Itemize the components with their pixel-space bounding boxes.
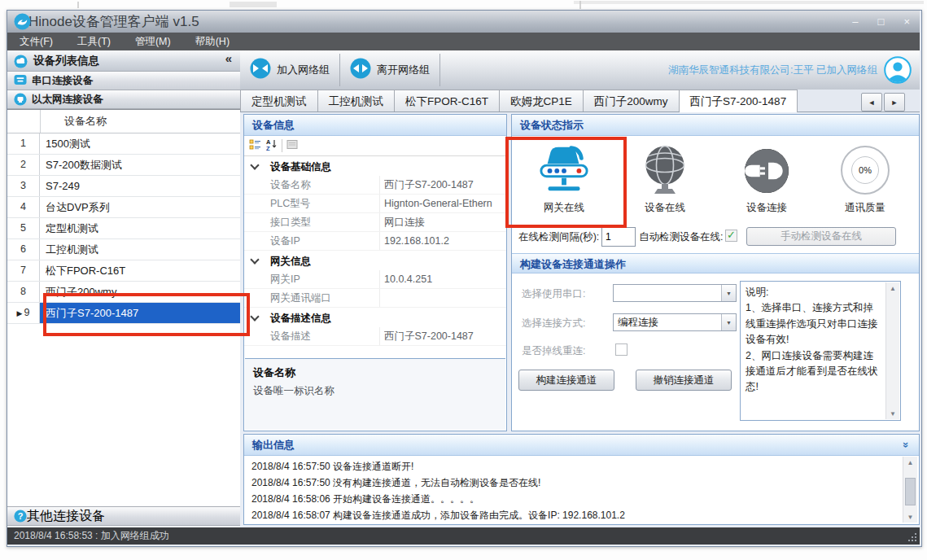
status-message: 2018/8/4 16:58:53 : 加入网络组成功 bbox=[14, 529, 169, 543]
auto-detect-checkbox[interactable]: ✓ bbox=[725, 230, 737, 242]
alphabetical-sort-icon[interactable]: A Z bbox=[265, 138, 278, 154]
status-bar: 2018/8/4 16:58:53 : 加入网络组成功 bbox=[7, 527, 920, 545]
leave-network-group-button[interactable]: 离开网络组 bbox=[340, 54, 439, 86]
reconnect-checkbox[interactable] bbox=[615, 343, 627, 356]
note-line: 2、网口连接设备需要构建连接通道后才能看到是否在线状态! bbox=[746, 348, 882, 396]
category-description-info[interactable]: 设备描述信息 bbox=[244, 308, 506, 327]
property-description-box: 设备名称 设备唯一标识名称 bbox=[245, 358, 505, 430]
device-status-header: 设备状态指示 bbox=[512, 115, 919, 136]
leave-group-icon bbox=[350, 58, 371, 82]
log-line: 2018/8/4 16:57:50 设备连接通道断开! bbox=[245, 458, 902, 475]
property-pages-icon bbox=[286, 138, 298, 153]
output-log: 2018/8/4 16:57:50 设备连接通道断开! 2018/8/4 16:… bbox=[245, 456, 918, 523]
serial-select-combobox[interactable]: ▼ bbox=[613, 284, 737, 302]
maximize-button[interactable]: □ bbox=[878, 11, 885, 33]
tab-device[interactable]: 松下FPOR-C16T bbox=[395, 90, 500, 112]
row-marker: ▶ bbox=[17, 309, 23, 317]
scroll-up-icon[interactable]: ▲ bbox=[886, 282, 899, 294]
table-row[interactable]: 6工控机测试 bbox=[7, 239, 240, 260]
menu-file[interactable]: 文件(F) bbox=[7, 33, 65, 50]
chevron-down-icon[interactable]: ▼ bbox=[721, 285, 736, 301]
category-basic-info[interactable]: 设备基础信息 bbox=[244, 156, 506, 176]
device-name-column-header: 设备名称 bbox=[64, 110, 107, 133]
device-info-panel: 设备信息 A Z 设备基础信息 设备名称西门子S7 bbox=[243, 114, 507, 431]
property-description-title: 设备名称 bbox=[253, 365, 497, 380]
table-row[interactable]: 5定型机测试 bbox=[7, 218, 240, 239]
tab-device-active[interactable]: 西门子S7-200-1487 bbox=[680, 90, 798, 112]
device-table-header: 设备名称 bbox=[7, 110, 240, 133]
plug-icon bbox=[743, 141, 790, 195]
tab-device[interactable]: 西门子200wmy bbox=[584, 90, 680, 112]
section-ethernet-label: 以太网连接设备 bbox=[32, 93, 103, 107]
section-other-devices[interactable]: ? 其他连接设备 bbox=[7, 506, 240, 526]
join-network-group-button[interactable]: 加入网络组 bbox=[240, 54, 339, 86]
table-row[interactable]: 7松下FPOR-C16T bbox=[7, 260, 240, 282]
tab-scroll-right-button[interactable]: ► bbox=[884, 93, 905, 112]
property-row[interactable]: 网关IP10.0.4.251 bbox=[244, 270, 506, 289]
close-button[interactable]: × bbox=[903, 11, 910, 33]
menu-tools[interactable]: 工具(T) bbox=[65, 33, 123, 50]
log-line: 2018/8/4 16:58:07 构建设备连接通道成功，添加设备路由完成。设备… bbox=[245, 507, 902, 523]
log-scrollbar[interactable]: ▲ ▼ bbox=[903, 457, 917, 523]
property-row[interactable]: 接口类型网口连接 bbox=[244, 213, 506, 232]
serial-port-icon bbox=[14, 74, 27, 87]
table-row[interactable]: 2S7-200数据测试 bbox=[7, 155, 240, 176]
toolbar-separator bbox=[439, 54, 440, 86]
check-icon: ✓ bbox=[727, 230, 736, 240]
table-row[interactable]: 3S7-249 bbox=[7, 176, 240, 197]
sidebar-collapse-button[interactable]: « bbox=[225, 51, 232, 65]
background-window-fragment bbox=[77, 2, 79, 8]
resize-grip[interactable] bbox=[907, 532, 917, 542]
revoke-channel-button[interactable]: 撤销连接通道 bbox=[636, 370, 732, 391]
question-icon: ? bbox=[14, 510, 27, 523]
manual-detect-button[interactable]: 手动检测设备在线 bbox=[746, 227, 896, 246]
table-row[interactable]: 4台达DVP系列 bbox=[7, 197, 240, 218]
globe-icon bbox=[641, 141, 689, 195]
property-row[interactable]: 设备描述西门子S7-200-1487 bbox=[244, 327, 506, 346]
connect-mode-label: 选择连接方式: bbox=[522, 317, 585, 330]
tab-scroll-left-button[interactable]: ◄ bbox=[861, 93, 882, 112]
tab-device[interactable]: 欧姆龙CP1E bbox=[500, 90, 584, 112]
property-row[interactable]: PLC型号Hignton-General-Ethern bbox=[244, 195, 506, 213]
minimize-button[interactable]: – bbox=[852, 11, 858, 33]
section-serial-devices[interactable]: 串口连接设备 bbox=[7, 72, 240, 90]
connect-mode-combobox[interactable]: 编程连接 ▼ bbox=[613, 313, 737, 331]
menu-help[interactable]: 帮助(H) bbox=[183, 33, 242, 50]
instructions-box: 说明: 1、选择串口、连接方式和掉线重连操作选项只对串口连接设备有效! 2、网口… bbox=[740, 281, 901, 421]
network-toolbar: 加入网络组 离开网络组 湖南华辰智通科技有限公司:王平 已加入网络组 bbox=[240, 50, 920, 90]
section-ethernet-devices[interactable]: 以太网连接设备 bbox=[7, 90, 240, 109]
property-row[interactable]: 网关通讯端口 bbox=[244, 289, 506, 308]
device-info-header: 设备信息 bbox=[244, 115, 506, 136]
table-row[interactable]: 11500测试 bbox=[7, 133, 240, 155]
table-row-selected[interactable]: ▶9 西门子S7-200-1487 bbox=[7, 303, 240, 324]
chevron-down-icon[interactable]: ▼ bbox=[721, 314, 736, 330]
background-window-fragment bbox=[230, 2, 277, 7]
tab-device[interactable]: 定型机测试 bbox=[240, 90, 318, 112]
app-logo-icon bbox=[14, 13, 31, 33]
tab-device[interactable]: 工控机测试 bbox=[318, 90, 396, 112]
interval-input[interactable] bbox=[601, 227, 636, 247]
property-row[interactable]: 设备IP192.168.101.2 bbox=[244, 232, 506, 251]
user-avatar-icon[interactable] bbox=[884, 56, 912, 87]
menu-bar: 文件(F) 工具(T) 管理(M) 帮助(H) bbox=[7, 33, 920, 50]
scroll-down-icon[interactable]: ▼ bbox=[886, 408, 899, 419]
categorized-view-icon[interactable] bbox=[249, 138, 261, 154]
table-row[interactable]: 8西门子200wmy bbox=[7, 282, 240, 303]
window-title: Hinode设备管理客户端 v1.5 bbox=[28, 12, 199, 31]
build-channel-button[interactable]: 构建连接通道 bbox=[518, 370, 614, 391]
output-panel: 输出信息 » 2018/8/4 16:57:50 设备连接通道断开! 2018/… bbox=[243, 434, 920, 525]
log-line: 2018/8/4 16:57:50 没有构建连接通道，无法自动检测设备是否在线! bbox=[245, 475, 902, 491]
device-status-panel: 设备状态指示 网关在线 bbox=[511, 114, 920, 431]
output-header: 输出信息 » bbox=[244, 435, 919, 456]
ethernet-icon bbox=[14, 93, 27, 106]
svg-text:?: ? bbox=[18, 511, 24, 521]
scroll-down-icon[interactable]: ▼ bbox=[903, 511, 917, 523]
scrollbar-thumb[interactable] bbox=[905, 478, 916, 505]
interval-label: 在线检测间隔(秒): bbox=[518, 230, 599, 244]
collapse-output-icon[interactable]: » bbox=[896, 442, 916, 448]
note-scrollbar[interactable]: ▲ ▼ bbox=[885, 282, 899, 419]
property-row[interactable]: 设备名称西门子S7-200-1487 bbox=[244, 176, 506, 195]
category-gateway-info[interactable]: 网关信息 bbox=[244, 251, 506, 270]
scroll-up-icon[interactable]: ▲ bbox=[903, 457, 917, 468]
menu-manage[interactable]: 管理(M) bbox=[123, 33, 183, 50]
